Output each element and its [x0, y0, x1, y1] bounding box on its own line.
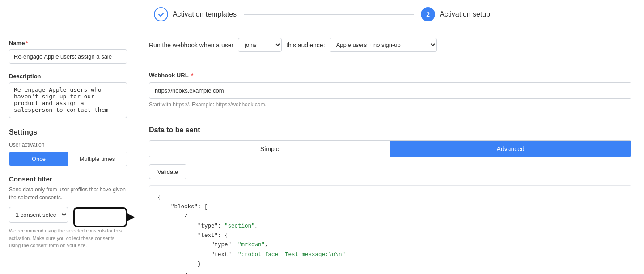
consent-select[interactable]: 1 consent selected [9, 207, 68, 223]
settings-heading: Settings [9, 128, 127, 136]
description-section: Description Re-engage Apple users who ha… [9, 73, 127, 119]
webhook-trigger-row: Run the webhook when a user joins leaves… [149, 38, 631, 52]
consent-row: 1 consent selected [9, 207, 127, 227]
section-divider-2 [149, 117, 631, 117]
multiple-times-button[interactable]: Multiple times [68, 152, 127, 166]
description-textarea[interactable]: Re-engage Apple users who haven't sign u… [9, 82, 127, 118]
consent-desc: Send data only from user profiles that h… [9, 185, 127, 202]
left-panel: Name* Description Re-engage Apple users … [0, 29, 136, 274]
step1-circle [154, 7, 168, 21]
stepper-connector [244, 14, 414, 15]
consent-section: Consent filter Send data only from user … [9, 175, 127, 249]
section-divider-1 [149, 63, 631, 63]
audience-dropdown[interactable]: Apple users + no sign-up [330, 38, 437, 52]
arrow-annotation [73, 207, 127, 227]
webhook-required: * [190, 72, 194, 79]
data-tab-bar: Simple Advanced [149, 140, 631, 157]
trigger-dropdown[interactable]: joins leaves [238, 38, 282, 52]
step2-label: Activation setup [440, 10, 490, 18]
description-label: Description [9, 73, 127, 80]
consent-footer-note: We recommend using the selected consents… [9, 227, 127, 249]
data-section-heading: Data to be sent [149, 126, 631, 134]
name-required: * [25, 40, 28, 46]
once-button[interactable]: Once [9, 152, 68, 166]
step2-circle: 2 [421, 7, 435, 21]
tab-simple[interactable]: Simple [149, 141, 390, 157]
name-section: Name* [9, 40, 127, 64]
main-layout: Name* Description Re-engage Apple users … [0, 29, 644, 274]
user-activation-label: User activation [9, 142, 127, 148]
settings-section: Settings User activation Once Multiple t… [9, 128, 127, 166]
code-block: { "blocks": [ { "type": "section", "text… [149, 185, 631, 274]
webhook-url-hint: Start with https://. Example: https://we… [149, 101, 631, 108]
name-input[interactable] [9, 49, 127, 64]
stepper-step2[interactable]: 2 Activation setup [421, 7, 490, 21]
webhook-url-label: Webhook URL * [149, 72, 631, 79]
stepper-step1[interactable]: Activation templates [154, 7, 237, 21]
stepper-bar: Activation templates 2 Activation setup [0, 0, 644, 29]
right-panel: Run the webhook when a user joins leaves… [136, 29, 644, 274]
webhook-url-section: Webhook URL * Start with https://. Examp… [149, 72, 631, 108]
webhook-prefix: Run the webhook when a user [149, 42, 233, 49]
audience-prefix: this audience: [286, 42, 325, 49]
step1-label: Activation templates [173, 10, 237, 18]
consent-heading: Consent filter [9, 175, 127, 183]
name-label: Name* [9, 40, 127, 46]
validate-button[interactable]: Validate [149, 164, 186, 179]
user-activation-toggle: Once Multiple times [9, 152, 127, 166]
webhook-url-input[interactable] [149, 82, 631, 99]
tab-advanced[interactable]: Advanced [390, 141, 631, 157]
